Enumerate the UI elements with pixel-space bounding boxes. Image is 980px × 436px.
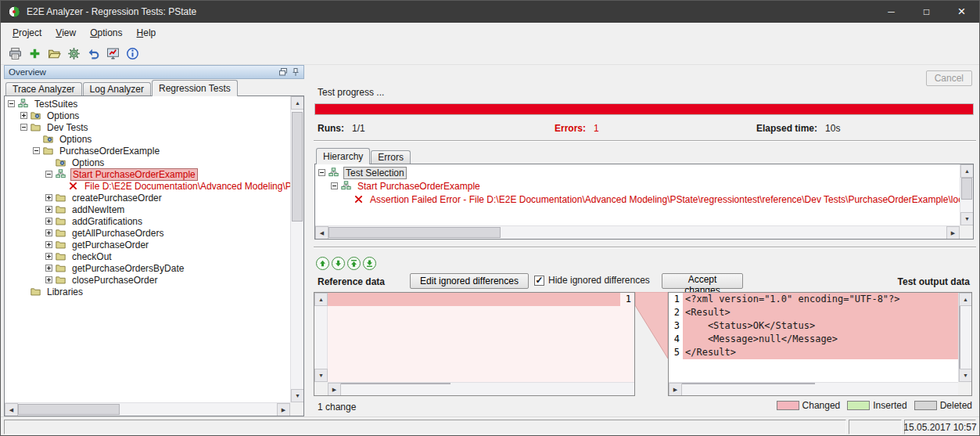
tab-trace-analyzer[interactable]: Trace Analyzer [5,82,82,95]
tab-regression-tests[interactable]: Regression Tests [152,80,238,96]
expander-icon[interactable] [318,169,325,176]
next-difference-button[interactable] [332,257,345,270]
diff-line[interactable]: 1 [328,293,634,306]
tab-log-analyzer[interactable]: Log Analyzer [83,82,151,95]
tree-node[interactable]: getPurchaseOrdersByDate [5,262,290,274]
close-button[interactable]: × [944,1,979,23]
expander-icon[interactable] [45,194,52,201]
diff-line[interactable]: 1 <?xml version="1.0" encoding="UTF-8"?> [669,293,958,306]
diff-line[interactable]: 5 </Result> [669,346,958,359]
scrollbar-thumb[interactable] [292,112,303,222]
scroll-right-icon[interactable]: ▶ [946,226,960,240]
accept-changes-button[interactable]: Accept changes [662,273,743,289]
settings-button[interactable] [65,45,83,63]
pin-panel-icon[interactable] [291,67,300,77]
diff-line[interactable]: 4 <Message>null</Message> [669,333,958,346]
diff-line[interactable]: 3 <Status>OK</Status> [669,319,958,333]
hide-ignored-checkbox[interactable] [534,276,544,286]
menu-help[interactable]: Help [130,25,163,41]
expander-icon[interactable] [45,253,52,260]
expander-icon[interactable] [8,100,15,107]
expander-icon[interactable] [45,206,52,213]
scroll-up-icon[interactable]: ▲ [959,293,972,306]
tree-node[interactable]: getPurchaseOrder [5,239,290,250]
undo-button[interactable] [84,45,102,63]
tree-node[interactable]: Options [5,110,290,121]
open-button[interactable] [45,45,63,63]
previous-difference-button[interactable] [316,257,329,270]
scroll-up-icon[interactable]: ▲ [314,293,328,306]
tree-node[interactable]: File D:\E2E Documentation\Advanced Model… [5,180,290,192]
expander-icon[interactable] [45,171,52,178]
scroll-left-icon[interactable]: ◀ [5,403,18,416]
tree-node[interactable]: Assertion Failed Error - File D:\E2E Doc… [315,193,960,206]
vertical-scrollbar[interactable]: ▲ ▼ [960,164,973,225]
edit-ignored-differences-button[interactable]: Edit ignored differences [410,273,529,289]
first-difference-button[interactable] [347,257,361,270]
scroll-down-icon[interactable]: ▼ [959,369,972,382]
scroll-down-icon[interactable]: ▼ [291,389,304,402]
menu-project[interactable]: Project [5,25,48,41]
horizontal-scrollbar[interactable]: ◀ ▶ [328,382,634,395]
report-button[interactable] [104,45,122,63]
tree-node[interactable]: Test Selection [315,166,960,179]
tree-node[interactable]: createPurchaseOrder [5,192,290,204]
menu-view[interactable]: View [48,25,83,41]
expander-icon[interactable] [45,265,52,272]
float-panel-icon[interactable] [278,67,288,77]
scroll-up-icon[interactable]: ▲ [291,96,304,110]
tree-node[interactable]: checkOut [5,250,290,262]
expander-icon[interactable] [331,182,338,189]
scroll-down-icon[interactable]: ▼ [314,369,328,382]
scrollbar-thumb[interactable] [328,227,501,238]
print-button[interactable] [6,45,24,63]
tree-node[interactable]: closePurchaseOrder [5,274,290,286]
scroll-right-icon[interactable]: ▶ [277,403,290,416]
scroll-down-icon[interactable]: ▼ [960,212,974,225]
vertical-scrollbar[interactable]: ▲ ▼ [958,293,971,382]
expander-icon[interactable] [33,147,40,154]
scrollbar-thumb[interactable] [18,404,120,415]
panel-splitter[interactable] [307,65,311,416]
horizontal-scrollbar[interactable]: ◀ ▶ [669,382,958,395]
horizontal-scrollbar[interactable]: ◀ ▶ [315,225,960,239]
tab-errors[interactable]: Errors [371,150,411,164]
tree-node[interactable]: addGratifications [5,215,290,227]
tree-node[interactable]: Libraries [5,286,290,297]
scrollbar-thumb[interactable] [682,383,815,384]
scrollbar-thumb[interactable] [959,306,960,369]
vertical-scrollbar[interactable]: ▲ ▼ [314,293,328,382]
scroll-left-icon[interactable]: ◀ [315,226,328,240]
last-difference-button[interactable] [363,257,376,270]
cancel-button[interactable]: Cancel [926,70,972,86]
hide-ignored-differences-option[interactable]: Hide ignored differences [534,275,650,286]
vertical-scrollbar[interactable]: ▲ ▼ [290,96,303,402]
add-button[interactable] [26,45,44,63]
menu-options[interactable]: Options [83,25,129,41]
scroll-up-icon[interactable]: ▲ [960,164,974,178]
scroll-right-icon[interactable]: ▶ [328,383,341,396]
tree-node[interactable]: Dev Tests [5,121,290,133]
tree-node[interactable]: Start PurchaseOrderExample [5,168,290,180]
scrollbar-thumb[interactable] [961,178,972,200]
expander-icon[interactable] [20,112,27,119]
minimize-button[interactable]: ─ [874,1,909,23]
expander-icon[interactable] [45,229,52,236]
info-button[interactable] [124,45,142,63]
tab-hierarchy[interactable]: Hierarchy [316,148,370,164]
expander-icon[interactable] [20,124,27,131]
tree-node[interactable]: Options [5,133,290,145]
tree-node[interactable]: Options [5,157,290,168]
expander-icon[interactable] [45,218,52,225]
tree-node[interactable]: TestSuites [5,98,290,110]
expander-icon[interactable] [45,276,52,283]
diff-line[interactable]: 2 <Result> [669,306,958,319]
scrollbar-thumb[interactable] [341,383,451,384]
horizontal-scrollbar[interactable]: ◀ ▶ [5,402,290,416]
expander-icon[interactable] [45,241,52,248]
tree-node[interactable]: Start PurchaseOrderExample [315,179,960,193]
tree-node[interactable]: PurchaseOrderExample [5,145,290,157]
tree-node[interactable]: getAllPurchaseOrders [5,227,290,239]
maximize-button[interactable]: □ [909,1,944,23]
scroll-right-icon[interactable]: ▶ [669,383,682,396]
